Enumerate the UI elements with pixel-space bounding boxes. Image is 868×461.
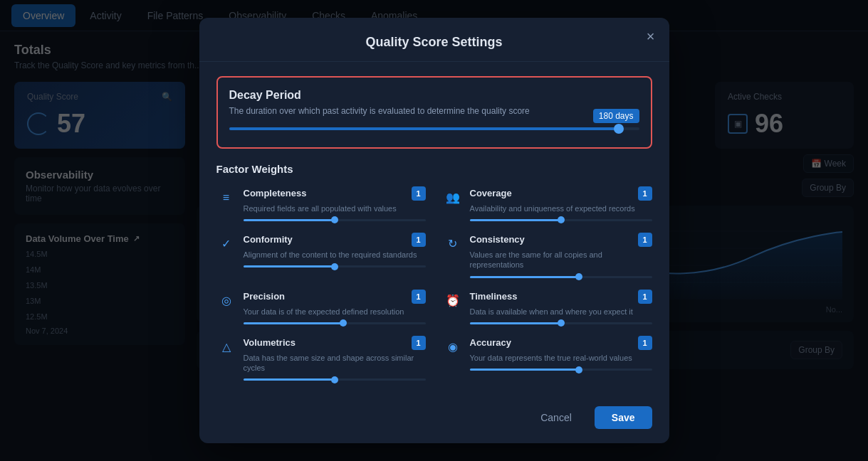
factor-item-timeliness: ⏰ Timeliness 1 Data is available when an… <box>443 290 652 324</box>
modal-close-button[interactable]: × <box>647 29 655 43</box>
factor-content-conformity: Conformity 1 Alignment of the content to… <box>244 233 426 267</box>
factor-icon-timeliness: ⏰ <box>443 291 463 311</box>
factor-slider-precision <box>244 322 426 324</box>
factor-content-consistency: Consistency 1 Values are the same for al… <box>470 233 652 278</box>
factor-content-precision: Precision 1 Your data is of the expected… <box>244 290 426 324</box>
factor-badge-completeness: 1 <box>412 186 426 201</box>
factor-slider-conformity <box>244 265 426 267</box>
decay-period-title: Decay Period <box>229 89 639 102</box>
factor-content-timeliness: Timeliness 1 Data is available when and … <box>470 290 652 324</box>
factor-item-conformity: ✓ Conformity 1 Alignment of the content … <box>216 233 426 278</box>
factor-icon-volumetrics: △ <box>216 337 236 357</box>
factor-badge-conformity: 1 <box>412 233 426 247</box>
factor-name-accuracy: Accuracy <box>470 337 512 348</box>
factor-item-consistency: ↻ Consistency 1 Values are the same for … <box>443 233 652 278</box>
modal-overlay: Quality Score Settings × Decay Period Th… <box>0 0 868 461</box>
factor-badge-accuracy: 1 <box>638 336 652 350</box>
factor-name-coverage: Coverage <box>470 188 512 198</box>
factors-grid: ≡ Completeness 1 Required fields are all… <box>216 186 652 381</box>
factor-slider-coverage <box>470 219 652 221</box>
factor-icon-consistency: ↻ <box>443 234 463 254</box>
factor-icon-precision: ◎ <box>216 291 236 311</box>
factor-item-completeness: ≡ Completeness 1 Required fields are all… <box>216 186 426 221</box>
factor-name-consistency: Consistency <box>470 234 525 245</box>
factor-desc-volumetrics: Data has the same size and shape across … <box>244 353 426 373</box>
modal-header: Quality Score Settings × <box>199 18 669 62</box>
factor-slider-consistency <box>470 276 652 278</box>
decay-period-section: Decay Period The duration over which pas… <box>216 76 652 149</box>
factor-icon-accuracy: ◉ <box>443 337 463 357</box>
factor-weights-title: Factor Weights <box>216 163 652 175</box>
factor-desc-accuracy: Your data represents the true real-world… <box>470 353 652 363</box>
decay-period-desc: The duration over which past activity is… <box>229 106 639 116</box>
modal-body: Decay Period The duration over which pas… <box>199 62 669 396</box>
factor-desc-conformity: Alignment of the content to the required… <box>244 250 426 260</box>
factor-icon-conformity: ✓ <box>216 234 236 254</box>
factor-badge-coverage: 1 <box>638 186 652 201</box>
factor-name-volumetrics: Volumetrics <box>244 337 296 348</box>
quality-score-settings-modal: Quality Score Settings × Decay Period Th… <box>199 18 669 444</box>
factor-badge-consistency: 1 <box>638 233 652 247</box>
factor-content-coverage: Coverage 1 Availability and uniqueness o… <box>470 186 652 221</box>
factor-slider-volumetrics <box>244 378 426 381</box>
factor-content-completeness: Completeness 1 Required fields are all p… <box>244 186 426 221</box>
factor-item-volumetrics: △ Volumetrics 1 Data has the same size a… <box>216 336 426 381</box>
factor-badge-precision: 1 <box>412 290 426 304</box>
factor-slider-completeness <box>244 219 426 221</box>
factor-name-conformity: Conformity <box>244 234 293 245</box>
factor-badge-timeliness: 1 <box>638 290 652 304</box>
factor-desc-timeliness: Data is available when and where you exp… <box>470 307 652 317</box>
factor-item-coverage: 👥 Coverage 1 Availability and uniqueness… <box>443 186 652 221</box>
cancel-button[interactable]: Cancel <box>526 406 586 429</box>
factor-icon-completeness: ≡ <box>216 188 236 208</box>
factor-icon-coverage: 👥 <box>443 188 463 208</box>
decay-value-badge: 180 days <box>593 109 639 123</box>
factor-desc-consistency: Values are the same for all copies and r… <box>470 250 652 270</box>
factor-name-precision: Precision <box>244 291 286 302</box>
factor-content-volumetrics: Volumetrics 1 Data has the same size and… <box>244 336 426 381</box>
factor-slider-timeliness <box>470 322 652 324</box>
decay-slider-container: 180 days <box>229 127 639 130</box>
save-button[interactable]: Save <box>595 406 652 429</box>
factor-badge-volumetrics: 1 <box>412 336 426 350</box>
factor-name-completeness: Completeness <box>244 188 307 198</box>
factor-desc-coverage: Availability and uniqueness of expected … <box>470 203 652 213</box>
factor-desc-precision: Your data is of the expected defined res… <box>244 307 426 317</box>
factor-slider-accuracy <box>470 369 652 371</box>
factor-name-timeliness: Timeliness <box>470 291 518 302</box>
modal-title: Quality Score Settings <box>365 35 502 49</box>
modal-footer: Cancel Save <box>199 395 669 443</box>
factor-item-precision: ◎ Precision 1 Your data is of the expect… <box>216 290 426 324</box>
factor-desc-completeness: Required fields are all populated with v… <box>244 203 426 213</box>
factor-content-accuracy: Accuracy 1 Your data represents the true… <box>470 336 652 371</box>
factor-weights-section: Factor Weights ≡ Completeness 1 Required… <box>216 163 652 381</box>
factor-item-accuracy: ◉ Accuracy 1 Your data represents the tr… <box>443 336 652 381</box>
